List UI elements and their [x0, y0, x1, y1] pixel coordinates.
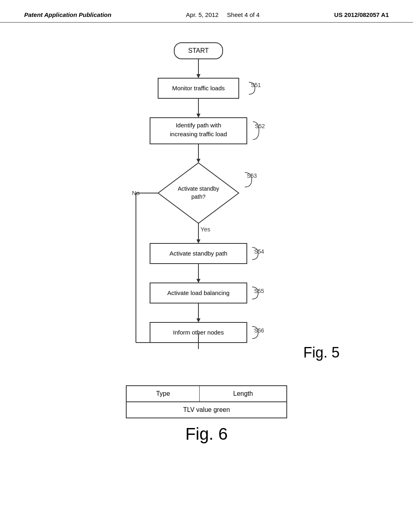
svg-text:Activate standby path: Activate standby path	[169, 250, 227, 257]
flowchart-fig5: START Monitor traffic loads S51 Identify…	[65, 35, 348, 349]
svg-text:Monitor traffic loads: Monitor traffic loads	[172, 85, 225, 91]
date-sheet-label: Apr. 5, 2012 Sheet 4 of 4	[186, 11, 260, 18]
page-header: Patent Application Publication Apr. 5, 2…	[0, 0, 413, 23]
svg-text:S55: S55	[254, 288, 264, 294]
svg-marker-33	[196, 318, 200, 322]
col-length: Length	[200, 386, 287, 402]
main-content: START Monitor traffic loads S51 Identify…	[0, 23, 413, 444]
fig6-table: Type Length TLV value green	[126, 385, 287, 418]
patent-number: US 2012/082057 A1	[334, 11, 389, 18]
svg-text:S54: S54	[254, 248, 264, 255]
date-label: Apr. 5, 2012	[186, 11, 219, 18]
svg-text:S52: S52	[255, 123, 265, 129]
table-header-row: Type Length	[126, 386, 287, 402]
svg-text:path?: path?	[191, 193, 205, 200]
svg-text:Activate standby: Activate standby	[178, 185, 219, 192]
svg-marker-15	[158, 163, 239, 223]
fig6-section: Type Length TLV value green Fig. 6	[126, 385, 287, 444]
svg-text:Yes: Yes	[200, 226, 210, 233]
svg-text:Identify path with: Identify path with	[176, 122, 221, 129]
svg-text:S56: S56	[254, 327, 264, 334]
fig6-label: Fig. 6	[126, 424, 287, 444]
svg-marker-8	[196, 114, 200, 118]
table-data-row: TLV value green	[126, 402, 287, 418]
col-type: Type	[126, 386, 200, 402]
svg-text:Activate load balancing: Activate load balancing	[167, 289, 229, 296]
svg-text:increasing traffic load: increasing traffic load	[170, 131, 227, 137]
publication-label: Patent Application Publication	[24, 11, 111, 18]
sheet-label: Sheet 4 of 4	[227, 11, 260, 18]
tlv-value: TLV value green	[126, 402, 287, 418]
svg-marker-28	[196, 279, 200, 283]
svg-marker-23	[196, 239, 200, 243]
fig5-label: Fig. 5	[303, 344, 340, 361]
svg-text:START: START	[188, 47, 209, 54]
svg-marker-14	[196, 159, 200, 163]
svg-marker-3	[196, 74, 200, 78]
